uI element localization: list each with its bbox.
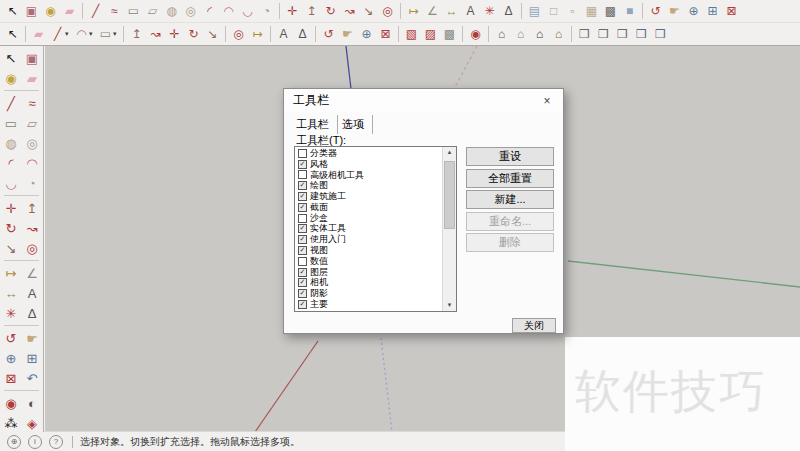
scroll-down-icon[interactable]: ▼ (443, 300, 456, 311)
claim-credit-icon[interactable]: i (28, 435, 42, 449)
rotate-icon[interactable]: ↻ (184, 25, 203, 44)
protractor-icon[interactable]: ∠ (423, 2, 442, 21)
dialog-button-1[interactable]: 重设 (466, 147, 554, 166)
checkbox-checked-icon[interactable]: ✓ (298, 160, 307, 169)
paint-bucket-icon[interactable]: ◉ (1, 68, 22, 88)
polygon-icon[interactable]: ◎ (22, 133, 43, 153)
dimension-icon[interactable]: ↔ (442, 2, 461, 21)
axes-icon[interactable]: ✳ (480, 2, 499, 21)
component-sample-2-icon[interactable]: ❒ (594, 25, 613, 44)
component-sample-4-icon[interactable]: ❒ (632, 25, 651, 44)
zoom-icon[interactable]: ⊕ (1, 348, 22, 368)
top-view-icon[interactable]: ⌂ (511, 25, 530, 44)
zoom-icon[interactable]: ⊕ (684, 2, 703, 21)
arc-dropdown-icon[interactable]: ▾ (89, 30, 96, 38)
position-camera-icon[interactable]: ◉ (466, 25, 485, 44)
three-point-arc-icon[interactable]: ◡ (1, 173, 22, 193)
select-icon[interactable]: ↖ (3, 25, 22, 44)
checkbox-checked-icon[interactable]: ✓ (298, 235, 307, 244)
orbit-icon[interactable]: ↺ (319, 25, 338, 44)
freehand-icon[interactable]: ≈ (105, 2, 124, 21)
line-dropdown-icon[interactable]: ▾ (65, 30, 72, 38)
toolbar-list-item[interactable]: ✓主要 (296, 299, 442, 310)
close-button[interactable]: 关闭 (512, 318, 556, 333)
polygon-icon[interactable]: ◎ (181, 2, 200, 21)
push-pull-icon[interactable]: ↥ (127, 25, 146, 44)
checkbox-checked-icon[interactable]: ✓ (298, 192, 307, 201)
section-plane-icon[interactable]: ◈ (22, 413, 43, 433)
move-icon[interactable]: ✛ (283, 2, 302, 21)
zoom-extents-icon[interactable]: ⊠ (722, 2, 741, 21)
arc-icon[interactable]: ◜ (200, 2, 219, 21)
x-ray-icon[interactable]: ▤ (525, 2, 544, 21)
scroll-up-icon[interactable]: ▲ (443, 147, 456, 158)
disabled-dialog-button-5[interactable]: 删除 (466, 233, 554, 252)
back-view-icon[interactable]: ⌂ (549, 25, 568, 44)
zoom-window-icon[interactable]: ⊞ (22, 348, 43, 368)
two-point-arc-icon[interactable]: ◠ (22, 153, 43, 173)
rectangle-icon[interactable]: ▭ (1, 113, 22, 133)
shaded-textures-icon[interactable]: ▩ (601, 2, 620, 21)
rotated-rectangle-icon[interactable]: ▱ (143, 2, 162, 21)
checkbox-checked-icon[interactable]: ✓ (298, 300, 307, 309)
follow-me-icon[interactable]: ↝ (146, 25, 165, 44)
monochrome-icon[interactable]: ■ (620, 2, 639, 21)
position-camera-icon[interactable]: ◉ (1, 393, 22, 413)
paint-bucket-icon[interactable]: ◉ (41, 2, 60, 21)
rectangle-dropdown-icon[interactable]: ▾ (113, 30, 120, 38)
select-icon[interactable]: ↖ (3, 2, 22, 21)
zoom-extents-icon[interactable]: ⊠ (376, 25, 395, 44)
tab-toolbars[interactable]: 工具栏 (292, 115, 338, 134)
3d-text-icon[interactable]: Δ (499, 2, 518, 21)
make-component-icon[interactable]: ▣ (22, 2, 41, 21)
pie-icon[interactable]: ◔ (257, 2, 276, 21)
checkbox-checked-icon[interactable]: ✓ (298, 289, 307, 298)
axes-icon[interactable]: ✳ (1, 303, 22, 323)
two-point-arc-icon[interactable]: ◠ (219, 2, 238, 21)
shaded-icon[interactable]: ▦ (582, 2, 601, 21)
checkbox-unchecked-icon[interactable] (298, 170, 307, 179)
push-pull-icon[interactable]: ↥ (22, 198, 43, 218)
follow-me-icon[interactable]: ↝ (22, 218, 43, 238)
arc-icon[interactable]: ◜ (1, 153, 22, 173)
circle-icon[interactable]: ◍ (1, 133, 22, 153)
zoom-icon[interactable]: ⊕ (357, 25, 376, 44)
component-sample-1-icon[interactable]: ❒ (575, 25, 594, 44)
section-fill-icon[interactable]: ▨ (421, 25, 440, 44)
orbit-icon[interactable]: ↺ (1, 328, 22, 348)
move-icon[interactable]: ✛ (1, 198, 22, 218)
pie-icon[interactable]: ◔ (22, 173, 43, 193)
three-point-arc-icon[interactable]: ◡ (238, 2, 257, 21)
toolbars-listbox[interactable]: 分类器✓风格高级相机工具✓绘图✓建筑施工✓截面沙盒✓实体工具✓使用入门✓视图数值… (294, 146, 457, 312)
tab-options[interactable]: 选项 (338, 115, 373, 134)
move-icon[interactable]: ✛ (165, 25, 184, 44)
walk-icon[interactable]: ⁂ (1, 413, 22, 433)
dimension-icon[interactable]: ↔ (1, 283, 22, 303)
component-sample-3-icon[interactable]: ❒ (613, 25, 632, 44)
line-icon[interactable]: ╱ (1, 93, 22, 113)
offset-icon[interactable]: ◎ (229, 25, 248, 44)
eraser-icon[interactable]: ▰ (29, 25, 48, 44)
hidden-line-icon[interactable]: ▫ (563, 2, 582, 21)
checkbox-checked-icon[interactable]: ✓ (298, 181, 307, 190)
scale-icon[interactable]: ↘ (1, 238, 22, 258)
look-around-icon[interactable]: ◐ (22, 393, 43, 413)
select-icon[interactable]: ↖ (1, 48, 22, 68)
checkbox-checked-icon[interactable]: ✓ (298, 246, 307, 255)
text-icon[interactable]: A (274, 25, 293, 44)
line-icon[interactable]: ╱ (86, 2, 105, 21)
scale-icon[interactable]: ↘ (359, 2, 378, 21)
checkbox-checked-icon[interactable]: ✓ (298, 278, 307, 287)
text-icon[interactable]: A (22, 283, 43, 303)
freehand-icon[interactable]: ≈ (22, 93, 43, 113)
make-component-icon[interactable]: ▣ (22, 48, 43, 68)
rectangle-icon[interactable]: ▭ (124, 2, 143, 21)
offset-icon[interactable]: ◎ (22, 238, 43, 258)
protractor-icon[interactable]: ∠ (22, 263, 43, 283)
3d-text-icon[interactable]: Δ (293, 25, 312, 44)
zoom-extents-icon[interactable]: ⊠ (1, 368, 22, 388)
checkbox-checked-icon[interactable]: ✓ (298, 203, 307, 212)
front-view-icon[interactable]: ⌂ (530, 25, 549, 44)
help-icon[interactable]: ? (49, 435, 63, 449)
component-sample-5-icon[interactable]: ❒ (651, 25, 670, 44)
